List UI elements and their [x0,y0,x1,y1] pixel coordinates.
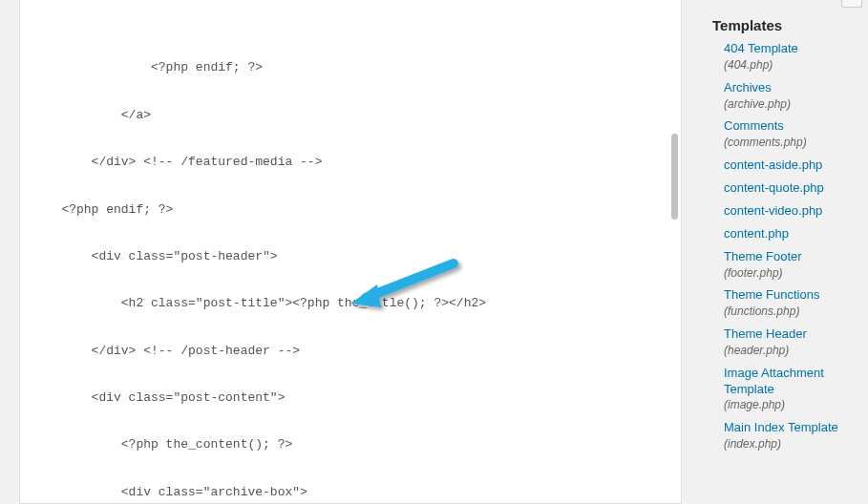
template-item: Theme Footer(footer.php) [712,249,862,282]
template-item: content.php [712,226,862,242]
template-link[interactable]: Theme Footer [724,249,862,265]
template-link[interactable]: Theme Header [724,326,862,343]
template-filename: (comments.php) [724,135,862,151]
template-item: Image Attachment Template(image.php) [712,366,862,414]
template-link[interactable]: Comments [724,118,862,135]
template-link[interactable]: Image Attachment Template [724,366,862,398]
template-filename: (index.php) [724,436,862,452]
template-filename: (header.php) [724,343,862,359]
template-link[interactable]: Archives [724,80,862,96]
editor-area: <?php endif; ?> </a> </div> <!-- /featur… [0,0,701,504]
template-link[interactable]: Main Index Template [724,420,862,436]
template-item: Main Index Template(index.php) [712,420,862,452]
template-filename: (404.php) [724,57,862,74]
template-filename: (footer.php) [724,265,862,282]
template-filename: (archive.php) [724,96,862,113]
template-item: content-quote.php [712,180,862,197]
template-link[interactable]: 404 Template [724,41,862,57]
scrollbar-thumb[interactable] [671,134,678,220]
template-item: content-video.php [712,203,862,220]
template-item: 404 Template(404.php) [712,41,862,74]
template-item: Archives(archive.php) [712,80,862,113]
template-link[interactable]: content-aside.php [724,158,862,174]
template-item: Theme Functions(functions.php) [712,287,862,320]
template-link[interactable]: content-quote.php [724,180,862,197]
template-item: content-aside.php [712,158,862,174]
templates-sidebar: Templates 404 Template(404.php)Archives(… [701,0,868,504]
top-button-fragment[interactable] [841,0,862,8]
template-filename: (image.php) [724,397,862,413]
template-link[interactable]: content.php [724,226,862,242]
template-link[interactable]: Theme Functions [724,287,862,304]
template-item: Theme Header(header.php) [712,326,862,359]
template-link[interactable]: content-video.php [724,203,862,220]
template-filename: (functions.php) [724,304,862,320]
code-editor[interactable]: <?php endif; ?> </a> </div> <!-- /featur… [19,0,682,504]
sidebar-heading: Templates [712,17,862,33]
template-item: Comments(comments.php) [712,118,862,151]
template-list: 404 Template(404.php)Archives(archive.ph… [712,41,862,452]
